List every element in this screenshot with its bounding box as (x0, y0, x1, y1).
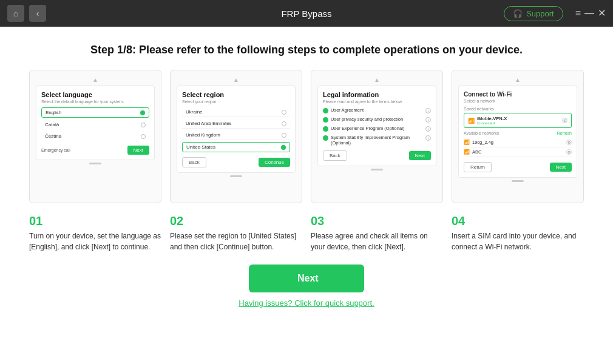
available-networks-label: Available networks (464, 131, 499, 135)
region-uae: United Arab Emirates (182, 119, 290, 129)
card2-title: Select region (182, 91, 290, 98)
saved-networks-label: Saved networks (464, 107, 572, 111)
wifi-signal-icon-1: 📶 (464, 140, 470, 145)
card1-bottom (36, 163, 155, 164)
close-icon[interactable]: ✕ (598, 8, 606, 18)
card1-next-button: Next (127, 146, 149, 155)
wifi-signal-icon-2: 📶 (464, 149, 470, 155)
support-button[interactable]: 🎧 Support (504, 6, 563, 21)
support-link[interactable]: Having issues? Click for quick support. (239, 298, 374, 308)
card3-bottom (317, 169, 436, 170)
legal-info-4: i (425, 135, 431, 141)
titlebar: ⌂ ‹ FRP Bypass 🎧 Support ≡ — ✕ (0, 0, 613, 27)
region-uk-unselected (282, 133, 286, 138)
step-1: 01 Turn on your device, set the language… (29, 214, 161, 252)
card2-top-icon: ▲ (177, 76, 296, 83)
card2-subtitle: Select your region. (182, 99, 290, 104)
titlebar-right: 🎧 Support ≡ — ✕ (504, 6, 606, 21)
card4-subtitle: Select a network (464, 99, 572, 103)
card2-continue-button: Continue (259, 158, 290, 167)
app-title: FRP Bypass (281, 8, 331, 19)
legal-check-4 (323, 135, 328, 141)
back-button[interactable]: ‹ (29, 5, 46, 22)
legal-item-4: System Stability Improvement Program (Op… (323, 135, 431, 146)
legal-check-1 (323, 108, 328, 113)
card4-dot (512, 180, 524, 182)
language-english-selected (140, 110, 145, 115)
card3-subtitle: Please read and agree to the terms below… (323, 99, 431, 104)
legal-label-4: System Stability Improvement Program (Op… (331, 135, 423, 146)
card-legal-information: ▲ Legal information Please read and agre… (311, 70, 443, 203)
wifi-network-2: 📶 ABC ⚙ (464, 147, 572, 157)
available-header: Available networks Refresh (464, 131, 572, 135)
legal-check-3 (323, 126, 328, 132)
region-uk-label: United Kingdom (186, 132, 220, 138)
language-cestina-unselected (141, 134, 146, 139)
card4-top-icon: ▲ (458, 76, 577, 83)
refresh-label: Refresh (557, 131, 572, 135)
wifi-network-1-left: 📶 19cg_2.4g (464, 140, 493, 145)
card4-next-button: Next (550, 163, 572, 172)
legal-label-1: User Agreement (331, 107, 364, 113)
wifi-gear-icon-2: ⚙ (566, 149, 572, 155)
step-2-text: Please set the region to [United States]… (170, 231, 302, 252)
wifi-gear-icon-1: ⚙ (566, 140, 572, 145)
card4-return-button: Return (464, 162, 492, 172)
step-3-text: Please agree and check all items on your… (311, 231, 443, 252)
step-2: 02 Please set the region to [United Stat… (170, 214, 302, 252)
wifi-connected-label: Connected (477, 121, 562, 125)
step-4-number: 04 (452, 214, 584, 228)
language-catala-label: Català (45, 122, 59, 127)
headphone-icon: 🎧 (513, 9, 523, 18)
language-english-item: English (41, 107, 149, 118)
card3-back-button: Back (323, 150, 347, 161)
region-uae-unselected (282, 121, 286, 126)
wifi-icon: 📶 (468, 118, 475, 124)
region-ukraine-unselected (282, 110, 286, 115)
menu-icon[interactable]: ≡ (575, 8, 581, 18)
card3-title: Legal information (323, 91, 431, 98)
region-ukraine: Ukraine (182, 107, 290, 117)
saved-network-name: iMobie-VPN-X (477, 116, 562, 121)
titlebar-left: ⌂ ‹ (7, 5, 46, 22)
card1-dot (89, 163, 101, 164)
legal-label-2: User privacy security and protection (331, 116, 403, 122)
main-content: Step 1/8: Please refer to the following … (0, 27, 613, 364)
next-button[interactable]: Next (249, 265, 364, 292)
back-icon: ‹ (36, 8, 39, 18)
card1-top-icon: ▲ (36, 76, 155, 83)
region-uae-label: United Arab Emirates (186, 121, 232, 126)
card1-inner: Select language Select the default langu… (36, 86, 155, 160)
wifi-network-2-left: 📶 ABC (464, 149, 481, 155)
home-icon: ⌂ (13, 8, 18, 18)
home-button[interactable]: ⌂ (7, 5, 24, 22)
card2-footer: Back Continue (182, 157, 290, 167)
support-label: Support (526, 9, 554, 18)
window-controls: ≡ — ✕ (575, 8, 606, 18)
legal-item-3: User Experience Program (Optional) i (323, 126, 431, 132)
card4-bottom (458, 180, 577, 182)
step-3: 03 Please agree and check all items on y… (311, 214, 443, 252)
card-select-region: ▲ Select region Select your region. Ukra… (170, 70, 302, 203)
region-ukraine-label: Ukraine (186, 109, 203, 115)
legal-info-1: i (425, 108, 431, 113)
card3-next-button: Next (409, 151, 431, 160)
cards-row: ▲ Select language Select the default lan… (18, 70, 595, 203)
wifi-network-1: 📶 19cg_2.4g ⚙ (464, 138, 572, 147)
wifi-network-2-name: ABC (472, 149, 481, 155)
step-1-number: 01 (29, 214, 161, 228)
step-3-number: 03 (311, 214, 443, 228)
page-title: Step 1/8: Please refer to the following … (90, 44, 523, 56)
legal-info-3: i (425, 126, 431, 132)
card4-title: Connect to Wi-Fi (464, 91, 572, 98)
language-catala-item: Català (41, 120, 149, 129)
language-catala-unselected (141, 123, 146, 127)
region-us-selected: United States (182, 142, 290, 152)
legal-label-3: User Experience Program (Optional) (331, 126, 404, 131)
minimize-icon[interactable]: — (584, 8, 594, 18)
language-cestina-label: Čeština (45, 133, 61, 139)
card3-top-icon: ▲ (317, 76, 436, 83)
card3-dot (371, 169, 383, 170)
step-4: 04 Insert a SIM card into your device, a… (452, 214, 584, 252)
region-us-label: United States (186, 144, 215, 150)
